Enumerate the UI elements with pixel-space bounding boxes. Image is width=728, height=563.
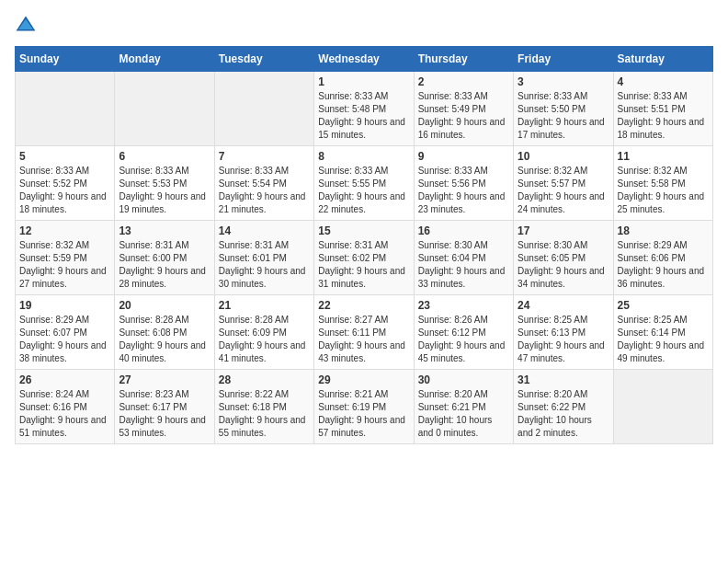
day-info: Sunrise: 8:33 AM Sunset: 5:50 PM Dayligh…: [518, 90, 609, 142]
day-info: Sunrise: 8:33 AM Sunset: 5:51 PM Dayligh…: [618, 90, 709, 142]
day-number: 8: [318, 150, 409, 163]
day-number: 13: [119, 224, 210, 237]
page-header: [15, 15, 713, 37]
day-number: 4: [618, 75, 709, 88]
day-number: 23: [418, 299, 509, 312]
day-info: Sunrise: 8:33 AM Sunset: 5:49 PM Dayligh…: [418, 90, 509, 142]
calendar-cell: 15Sunrise: 8:31 AM Sunset: 6:02 PM Dayli…: [314, 221, 414, 295]
calendar-week-row: 26Sunrise: 8:24 AM Sunset: 6:16 PM Dayli…: [16, 370, 713, 444]
calendar-cell: 1Sunrise: 8:33 AM Sunset: 5:48 PM Daylig…: [314, 72, 414, 146]
calendar-cell: 24Sunrise: 8:25 AM Sunset: 6:13 PM Dayli…: [514, 295, 613, 370]
day-number: 14: [219, 224, 310, 237]
day-info: Sunrise: 8:32 AM Sunset: 5:59 PM Dayligh…: [19, 239, 110, 291]
calendar-cell: 27Sunrise: 8:23 AM Sunset: 6:17 PM Dayli…: [115, 370, 214, 444]
day-info: Sunrise: 8:33 AM Sunset: 5:48 PM Dayligh…: [318, 90, 409, 142]
calendar-cell: 7Sunrise: 8:33 AM Sunset: 5:54 PM Daylig…: [214, 146, 313, 221]
day-number: 28: [219, 373, 310, 386]
calendar-cell: 30Sunrise: 8:20 AM Sunset: 6:21 PM Dayli…: [414, 370, 513, 444]
day-info: Sunrise: 8:30 AM Sunset: 6:04 PM Dayligh…: [418, 239, 509, 291]
day-number: 29: [318, 373, 409, 386]
day-number: 18: [618, 224, 709, 237]
day-number: 21: [219, 299, 310, 312]
calendar-cell: 26Sunrise: 8:24 AM Sunset: 6:16 PM Dayli…: [16, 370, 115, 444]
day-number: 10: [518, 150, 609, 163]
day-info: Sunrise: 8:30 AM Sunset: 6:05 PM Dayligh…: [518, 239, 609, 291]
day-number: 30: [418, 373, 509, 386]
day-info: Sunrise: 8:28 AM Sunset: 6:09 PM Dayligh…: [219, 314, 310, 365]
calendar-week-row: 5Sunrise: 8:33 AM Sunset: 5:52 PM Daylig…: [16, 146, 713, 221]
weekday-row: SundayMondayTuesdayWednesdayThursdayFrid…: [16, 47, 713, 72]
day-info: Sunrise: 8:31 AM Sunset: 6:02 PM Dayligh…: [318, 239, 409, 291]
calendar-cell: 9Sunrise: 8:33 AM Sunset: 5:56 PM Daylig…: [414, 146, 513, 221]
day-info: Sunrise: 8:33 AM Sunset: 5:56 PM Dayligh…: [418, 165, 509, 216]
day-info: Sunrise: 8:32 AM Sunset: 5:57 PM Dayligh…: [518, 165, 609, 216]
day-info: Sunrise: 8:23 AM Sunset: 6:17 PM Dayligh…: [119, 388, 210, 440]
day-number: 19: [19, 299, 110, 312]
day-info: Sunrise: 8:22 AM Sunset: 6:18 PM Dayligh…: [219, 388, 310, 440]
weekday-header: Saturday: [613, 47, 712, 72]
calendar-cell: 17Sunrise: 8:30 AM Sunset: 6:05 PM Dayli…: [514, 221, 613, 295]
calendar-cell: 2Sunrise: 8:33 AM Sunset: 5:49 PM Daylig…: [414, 72, 513, 146]
calendar-cell: 19Sunrise: 8:29 AM Sunset: 6:07 PM Dayli…: [16, 295, 115, 370]
calendar-cell: 6Sunrise: 8:33 AM Sunset: 5:53 PM Daylig…: [115, 146, 214, 221]
weekday-header: Tuesday: [214, 47, 313, 72]
day-number: 22: [318, 299, 409, 312]
weekday-header: Monday: [115, 47, 214, 72]
day-info: Sunrise: 8:24 AM Sunset: 6:16 PM Dayligh…: [19, 388, 110, 440]
day-info: Sunrise: 8:31 AM Sunset: 6:01 PM Dayligh…: [219, 239, 310, 291]
calendar-cell: 28Sunrise: 8:22 AM Sunset: 6:18 PM Dayli…: [214, 370, 313, 444]
calendar-cell: 13Sunrise: 8:31 AM Sunset: 6:00 PM Dayli…: [115, 221, 214, 295]
day-number: 31: [518, 373, 609, 386]
calendar-cell: 10Sunrise: 8:32 AM Sunset: 5:57 PM Dayli…: [514, 146, 613, 221]
day-number: 6: [119, 150, 210, 163]
day-info: Sunrise: 8:20 AM Sunset: 6:22 PM Dayligh…: [518, 388, 609, 440]
calendar-cell: 21Sunrise: 8:28 AM Sunset: 6:09 PM Dayli…: [214, 295, 313, 370]
calendar-cell: 23Sunrise: 8:26 AM Sunset: 6:12 PM Dayli…: [414, 295, 513, 370]
day-info: Sunrise: 8:33 AM Sunset: 5:52 PM Dayligh…: [19, 165, 110, 216]
day-number: 9: [418, 150, 509, 163]
day-number: 2: [418, 75, 509, 88]
day-info: Sunrise: 8:33 AM Sunset: 5:53 PM Dayligh…: [119, 165, 210, 216]
day-info: Sunrise: 8:25 AM Sunset: 6:14 PM Dayligh…: [618, 314, 709, 365]
day-number: 11: [618, 150, 709, 163]
calendar-cell: 22Sunrise: 8:27 AM Sunset: 6:11 PM Dayli…: [314, 295, 414, 370]
day-number: 27: [119, 373, 210, 386]
calendar-week-row: 19Sunrise: 8:29 AM Sunset: 6:07 PM Dayli…: [16, 295, 713, 370]
weekday-header: Friday: [514, 47, 613, 72]
weekday-header: Thursday: [414, 47, 513, 72]
day-number: 25: [618, 299, 709, 312]
day-number: 15: [318, 224, 409, 237]
day-number: 1: [318, 75, 409, 88]
day-info: Sunrise: 8:20 AM Sunset: 6:21 PM Dayligh…: [418, 388, 509, 440]
weekday-header: Wednesday: [314, 47, 414, 72]
calendar-cell: 12Sunrise: 8:32 AM Sunset: 5:59 PM Dayli…: [16, 221, 115, 295]
day-info: Sunrise: 8:29 AM Sunset: 6:06 PM Dayligh…: [618, 239, 709, 291]
logo-icon: [15, 15, 37, 37]
calendar-cell: 14Sunrise: 8:31 AM Sunset: 6:01 PM Dayli…: [214, 221, 313, 295]
calendar-header: SundayMondayTuesdayWednesdayThursdayFrid…: [16, 47, 713, 72]
day-number: 5: [19, 150, 110, 163]
calendar-cell: [16, 72, 115, 146]
calendar-cell: 8Sunrise: 8:33 AM Sunset: 5:55 PM Daylig…: [314, 146, 414, 221]
calendar-cell: 20Sunrise: 8:28 AM Sunset: 6:08 PM Dayli…: [115, 295, 214, 370]
day-number: 7: [219, 150, 310, 163]
page-container: SundayMondayTuesdayWednesdayThursdayFrid…: [0, 0, 728, 452]
calendar-cell: 3Sunrise: 8:33 AM Sunset: 5:50 PM Daylig…: [514, 72, 613, 146]
calendar-cell: 25Sunrise: 8:25 AM Sunset: 6:14 PM Dayli…: [613, 295, 712, 370]
day-number: 3: [518, 75, 609, 88]
day-info: Sunrise: 8:33 AM Sunset: 5:54 PM Dayligh…: [219, 165, 310, 216]
calendar-table: SundayMondayTuesdayWednesdayThursdayFrid…: [15, 46, 713, 444]
day-info: Sunrise: 8:28 AM Sunset: 6:08 PM Dayligh…: [119, 314, 210, 365]
calendar-cell: 29Sunrise: 8:21 AM Sunset: 6:19 PM Dayli…: [314, 370, 414, 444]
day-info: Sunrise: 8:31 AM Sunset: 6:00 PM Dayligh…: [119, 239, 210, 291]
day-number: 26: [19, 373, 110, 386]
calendar-week-row: 1Sunrise: 8:33 AM Sunset: 5:48 PM Daylig…: [16, 72, 713, 146]
calendar-cell: [115, 72, 214, 146]
day-number: 12: [19, 224, 110, 237]
day-info: Sunrise: 8:33 AM Sunset: 5:55 PM Dayligh…: [318, 165, 409, 216]
day-number: 16: [418, 224, 509, 237]
day-info: Sunrise: 8:29 AM Sunset: 6:07 PM Dayligh…: [19, 314, 110, 365]
calendar-cell: [613, 370, 712, 444]
day-info: Sunrise: 8:25 AM Sunset: 6:13 PM Dayligh…: [518, 314, 609, 365]
calendar-week-row: 12Sunrise: 8:32 AM Sunset: 5:59 PM Dayli…: [16, 221, 713, 295]
